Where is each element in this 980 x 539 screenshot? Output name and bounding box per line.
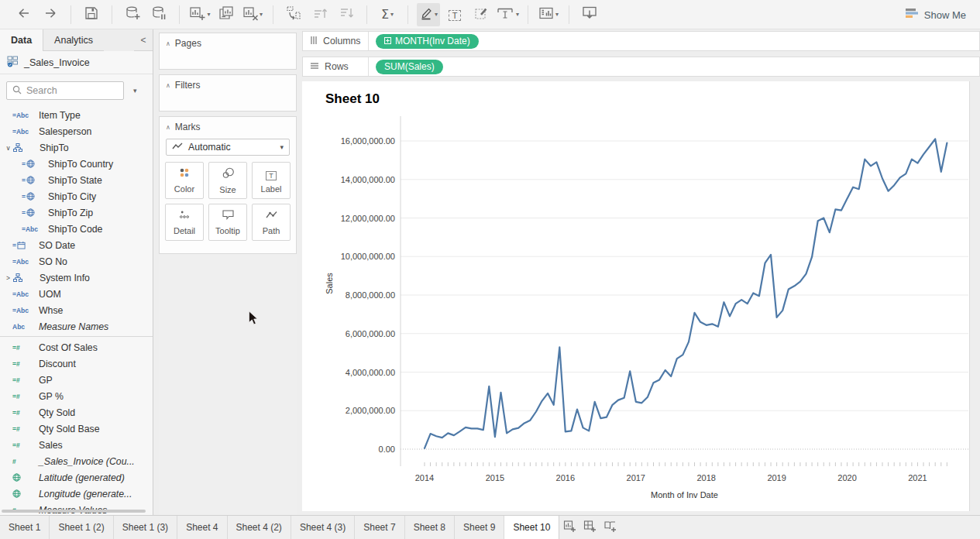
field-shipto-state[interactable]: =ShipTo State: [0, 172, 153, 188]
mark-detail-button[interactable]: Detail: [165, 204, 204, 241]
mark-color-button[interactable]: Color: [165, 162, 204, 199]
show-mark-labels-button[interactable]: T: [443, 3, 466, 26]
sheet-tab-sheet-10[interactable]: Sheet 10: [504, 516, 559, 539]
new-data-source-button[interactable]: [121, 3, 144, 26]
sales-trend-line[interactable]: [425, 139, 947, 448]
field-longitude-generate[interactable]: Longitude (generate...: [0, 486, 153, 502]
field-salesperson[interactable]: =AbcSalesperson: [0, 123, 153, 139]
sheet-tab-sheet-4-2[interactable]: Sheet 4 (2): [228, 516, 291, 539]
field-label: Qty Sold Base: [39, 424, 100, 434]
field-system-info[interactable]: >System Info: [0, 270, 153, 286]
field-label: Measure Names: [39, 321, 108, 332]
field-whse[interactable]: =AbcWhse: [0, 302, 153, 318]
field-qty-sold-base[interactable]: =#Qty Sold Base: [0, 421, 153, 437]
fit-view-button[interactable]: ▾: [496, 3, 519, 26]
expand-hierarchy-icon[interactable]: >: [3, 274, 13, 282]
field-gp[interactable]: =#GP %: [0, 388, 153, 404]
show-hide-cards-button[interactable]: ▾: [537, 3, 560, 26]
search-options-caret-icon[interactable]: ▾: [133, 87, 137, 94]
highlight-button[interactable]: ▾: [417, 3, 440, 26]
x-axis-title: Month of Inv Date: [401, 490, 968, 500]
field-sales[interactable]: =#Sales: [0, 437, 153, 453]
field-measure-names[interactable]: AbcMeasure Names: [0, 318, 153, 335]
datasource-item[interactable]: _Sales_Invoice: [0, 51, 153, 74]
search-input[interactable]: [26, 85, 112, 96]
rows-shelf[interactable]: Rows SUM(Sales): [302, 57, 980, 77]
pill-month-inv-date[interactable]: MONTH(Inv Date): [376, 34, 479, 49]
field-item-type[interactable]: =AbcItem Type: [0, 107, 153, 123]
save-button[interactable]: [80, 3, 103, 26]
expand-pill-icon[interactable]: [384, 36, 391, 46]
data-pane-tabs: Data Analytics <: [0, 29, 153, 51]
new-worksheet-tab-button[interactable]: [559, 516, 579, 539]
sheet-tab-sheet-4[interactable]: Sheet 4: [177, 516, 227, 539]
field-so-no[interactable]: =AbcSO No: [0, 253, 153, 270]
y-tick-label: 8,000,000.00: [346, 290, 395, 300]
mark-tooltip-button[interactable]: Tooltip: [208, 204, 247, 241]
sheet-tab-sheet-1[interactable]: Sheet 1: [0, 516, 50, 539]
sheet-tab-sheet-9[interactable]: Sheet 9: [455, 516, 504, 539]
x-tick-label: 2019: [767, 473, 786, 482]
pause-auto-updates-button[interactable]: [147, 3, 170, 26]
field-uom[interactable]: =AbcUOM: [0, 286, 153, 302]
field-gp[interactable]: =#GP: [0, 372, 153, 388]
sort-descending-button[interactable]: [335, 3, 358, 26]
new-dashboard-tab-button[interactable]: [579, 516, 600, 539]
text-field-icon: =Abc: [12, 112, 39, 119]
tooltip-icon: [222, 209, 235, 223]
field-cost-of-sales[interactable]: =#Cost Of Sales: [0, 339, 153, 355]
detail-icon: [179, 209, 190, 223]
mark-size-button[interactable]: Size: [208, 162, 247, 199]
text-field-icon: =Abc: [12, 307, 39, 314]
field-shipto[interactable]: ∨ShipTo: [0, 139, 153, 156]
new-story-tab-button[interactable]: [600, 516, 620, 539]
presentation-mode-button[interactable]: [578, 3, 601, 26]
field-shipto-city[interactable]: =ShipTo City: [0, 188, 153, 204]
pill-sum-sales[interactable]: SUM(Sales): [376, 60, 443, 74]
x-tick-label: 2016: [556, 473, 575, 482]
toolbar-separator: [273, 5, 273, 24]
data-pane-horizontal-scrollbar[interactable]: [2, 510, 146, 513]
sheet-tab-sheet-4-3[interactable]: Sheet 4 (3): [291, 516, 355, 539]
field-latitude-generated[interactable]: Latitude (generated): [0, 469, 153, 486]
field-shipto-country[interactable]: =ShipTo Country: [0, 156, 153, 172]
sales-line-chart[interactable]: 0.002,000,000.004,000,000.006,000,000.00…: [302, 81, 970, 511]
redo-forward-button[interactable]: [39, 3, 62, 26]
clear-sheet-button[interactable]: ▾: [241, 3, 264, 26]
mark-type-dropdown[interactable]: Automatic ▾: [166, 139, 290, 156]
sheet-tab-sheet-7[interactable]: Sheet 7: [355, 516, 404, 539]
sort-ascending-button[interactable]: [308, 3, 332, 26]
collapse-chevron-icon[interactable]: ∧: [166, 40, 170, 47]
field-qty-sold[interactable]: =#Qty Sold: [0, 404, 153, 421]
sheet-tab-bar: Sheet 1Sheet 1 (2)Sheet 1 (3)Sheet 4Shee…: [0, 515, 980, 539]
show-me-button[interactable]: Show Me: [903, 0, 966, 29]
undo-back-button[interactable]: [12, 3, 36, 26]
collapse-pane-icon[interactable]: <: [134, 29, 153, 51]
sheet-tab-sheet-1-2[interactable]: Sheet 1 (2): [50, 516, 113, 539]
field-discount[interactable]: =#Discount: [0, 355, 153, 372]
cards-panel: ∧ Pages ∧ Filters ∧ Marks Automatic ▾ Co…: [159, 29, 297, 515]
duplicate-sheet-button[interactable]: [215, 3, 238, 26]
toolbar-buttons: ▾▾Σ▾▾T▾▾: [0, 3, 603, 26]
y-tick-label: 2,000,000.00: [346, 406, 395, 415]
totals-button[interactable]: Σ▾: [376, 3, 399, 26]
mark-path-button[interactable]: Path: [252, 204, 291, 241]
collapse-chevron-icon[interactable]: ∧: [166, 124, 170, 131]
field-so-date[interactable]: =SO Date: [0, 237, 153, 253]
collapse-hierarchy-icon[interactable]: ∨: [3, 144, 13, 152]
tab-data[interactable]: Data: [0, 29, 43, 51]
collapse-chevron-icon[interactable]: ∧: [166, 82, 170, 89]
field-sales-invoice-cou[interactable]: #_Sales_Invoice (Cou...: [0, 453, 153, 469]
new-worksheet-button[interactable]: ▾: [188, 3, 211, 26]
sheet-tab-sheet-8[interactable]: Sheet 8: [405, 516, 455, 539]
mark-label-button[interactable]: TLabel: [252, 162, 291, 199]
sheet-tab-sheet-1-3[interactable]: Sheet 1 (3): [114, 516, 177, 539]
search-box[interactable]: [6, 81, 124, 100]
field-shipto-code[interactable]: =AbcShipTo Code: [0, 221, 153, 237]
mouse-cursor: [248, 311, 259, 329]
format-button[interactable]: [469, 3, 493, 26]
field-shipto-zip[interactable]: =ShipTo Zip: [0, 204, 153, 221]
columns-shelf[interactable]: Columns MONTH(Inv Date): [302, 31, 980, 51]
swap-rows-columns-button[interactable]: [282, 3, 305, 26]
tab-analytics[interactable]: Analytics: [43, 29, 104, 51]
